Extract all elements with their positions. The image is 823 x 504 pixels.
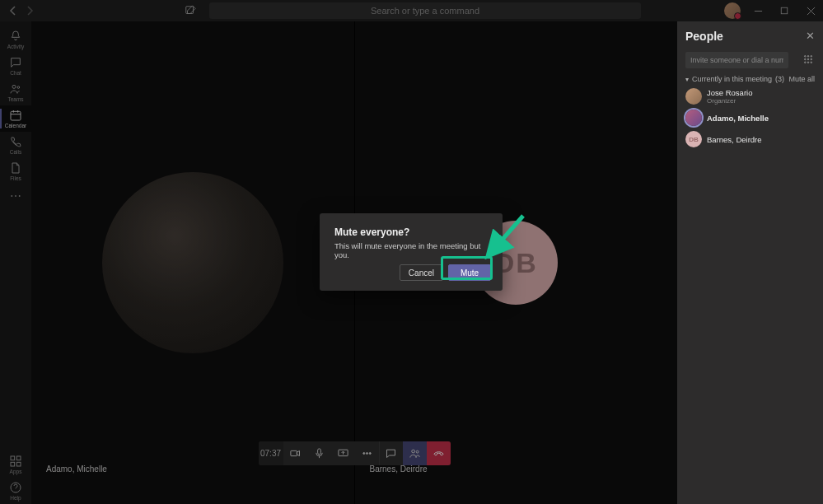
help-icon	[9, 481, 22, 494]
current-user-avatar[interactable]	[724, 2, 741, 19]
svg-point-23	[416, 450, 419, 453]
people-icon	[409, 447, 421, 460]
chat-icon	[9, 56, 22, 69]
dialpad-icon[interactable]	[803, 53, 813, 68]
rail-files[interactable]: Files	[0, 158, 31, 184]
toggle-mic-button[interactable]	[307, 441, 331, 465]
dialog-body: This will mute everyone in the meeting b…	[334, 241, 489, 259]
rail-teams[interactable]: Teams	[0, 79, 31, 105]
svg-point-6	[17, 86, 20, 89]
avatar	[685, 88, 702, 105]
svg-point-31	[807, 62, 809, 63]
search-box[interactable]	[209, 2, 641, 19]
participant-name: Barnes, Deirdre	[707, 135, 762, 144]
window-minimize-icon[interactable]	[749, 2, 767, 20]
mute-all-button[interactable]: Mute all	[788, 75, 815, 83]
nav-forward-icon[interactable]	[23, 4, 36, 17]
share-screen-button[interactable]	[331, 441, 355, 465]
people-panel: People ✕ ▾ Currently in this meeting (3)…	[677, 21, 823, 504]
mute-button[interactable]: Mute	[448, 264, 491, 281]
rail-label: Calls	[10, 149, 21, 155]
svg-rect-11	[11, 456, 15, 460]
svg-point-28	[807, 58, 809, 60]
svg-rect-14	[16, 462, 21, 466]
call-timer: 07:37	[259, 441, 283, 465]
more-icon	[361, 447, 373, 460]
chat-icon	[385, 447, 397, 460]
svg-point-22	[411, 450, 414, 453]
participants-section-header[interactable]: ▾ Currently in this meeting (3) Mute all	[685, 75, 815, 83]
rail-label: Apps	[10, 469, 22, 474]
search-input[interactable]	[216, 6, 634, 16]
participant-name: Adamo, Michelle	[707, 114, 769, 123]
call-controls-bar: 07:37	[31, 441, 677, 465]
avatar: DB	[685, 131, 702, 147]
rail-label: Calendar	[5, 123, 26, 128]
participant-name: Adamo, Michelle	[46, 464, 107, 474]
rail-activity[interactable]: Activity	[0, 26, 31, 53]
rail-chat[interactable]: Chat	[0, 53, 31, 79]
section-label: Currently in this meeting	[692, 75, 772, 83]
nav-back-icon[interactable]	[7, 4, 20, 17]
invite-input[interactable]	[685, 52, 788, 68]
participant-name: Jose Rosario	[707, 88, 752, 97]
rail-apps[interactable]: Apps	[0, 451, 31, 478]
svg-point-25	[807, 56, 809, 58]
rail-label: Chat	[10, 70, 21, 76]
share-icon	[337, 447, 349, 460]
svg-rect-12	[16, 456, 21, 460]
camera-icon	[289, 447, 302, 460]
svg-rect-17	[317, 449, 320, 455]
svg-point-20	[366, 453, 367, 455]
files-icon	[9, 161, 22, 175]
rail-label: Teams	[7, 96, 23, 102]
svg-point-26	[811, 56, 812, 58]
rail-more-icon[interactable]: ⋯	[10, 184, 21, 208]
svg-rect-16	[290, 450, 297, 455]
svg-point-21	[369, 453, 371, 455]
rail-label: Help	[10, 495, 21, 501]
teams-icon	[9, 82, 22, 96]
participant-row[interactable]: Adamo, Michelle	[685, 110, 815, 126]
svg-point-24	[805, 56, 807, 58]
close-panel-icon[interactable]: ✕	[806, 30, 815, 42]
video-tile: Adamo, Michelle	[31, 21, 354, 504]
bell-icon	[9, 30, 22, 43]
window-close-icon[interactable]	[802, 2, 820, 20]
rail-calls[interactable]: Calls	[0, 132, 31, 158]
rail-help[interactable]: Help	[0, 478, 31, 504]
title-bar	[0, 0, 823, 21]
participant-role: Organizer	[707, 97, 752, 105]
apps-icon	[9, 455, 22, 468]
more-actions-button[interactable]	[355, 441, 379, 465]
svg-point-29	[811, 58, 812, 60]
rail-label: Files	[10, 175, 21, 181]
toggle-chat-button[interactable]	[379, 441, 403, 465]
hangup-icon	[433, 447, 445, 460]
window-maximize-icon[interactable]	[775, 2, 793, 20]
people-panel-title: People	[685, 30, 815, 43]
participant-name: Barnes, Deirdre	[370, 464, 428, 474]
svg-point-5	[12, 85, 16, 88]
toggle-people-button[interactable]	[403, 441, 427, 465]
svg-rect-13	[11, 462, 15, 466]
svg-point-19	[362, 453, 364, 455]
toggle-camera-button[interactable]	[283, 441, 307, 465]
rail-calendar[interactable]: Calendar	[0, 105, 31, 132]
compose-icon[interactable]	[181, 2, 199, 20]
microphone-icon	[313, 447, 325, 460]
calendar-icon	[9, 109, 22, 122]
svg-point-32	[811, 62, 812, 63]
app-rail: Activity Chat Teams Calendar Calls Files…	[0, 21, 31, 504]
svg-point-27	[805, 58, 807, 60]
section-count: (3)	[775, 75, 784, 83]
participant-video	[102, 172, 283, 353]
svg-rect-2	[781, 7, 788, 14]
participant-row[interactable]: DB Barnes, Deirdre	[685, 131, 815, 147]
rail-label: Activity	[7, 44, 25, 49]
avatar	[685, 110, 702, 126]
hang-up-button[interactable]	[427, 441, 451, 465]
svg-point-30	[805, 62, 807, 63]
participant-row[interactable]: Jose Rosario Organizer	[685, 88, 815, 105]
cancel-button[interactable]: Cancel	[400, 264, 443, 281]
